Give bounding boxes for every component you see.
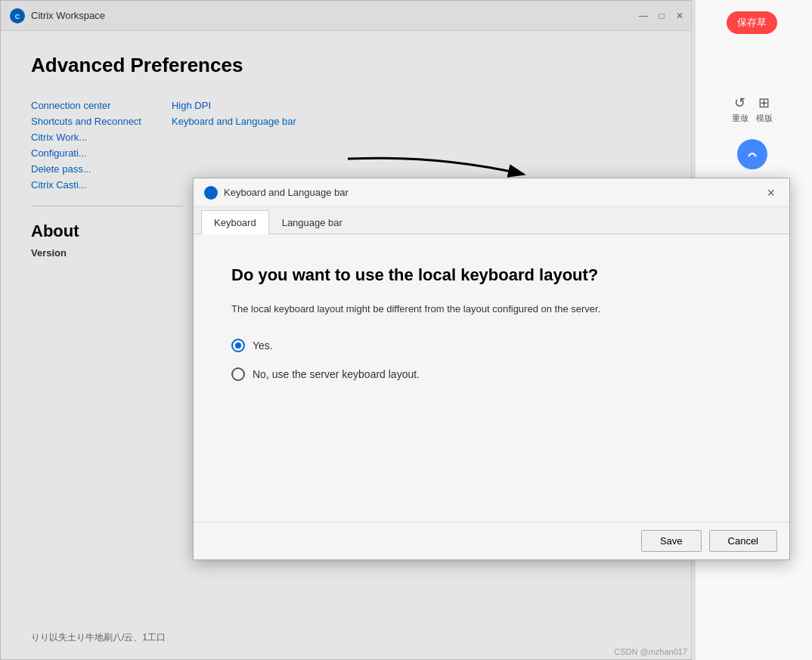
save-button[interactable]: Save bbox=[641, 530, 702, 552]
dialog-titlebar: Keyboard and Language bar ✕ bbox=[194, 178, 789, 207]
keyboard-language-dialog: Keyboard and Language bar ✕ Keyboard Lan… bbox=[193, 178, 790, 560]
tab-language-bar[interactable]: Language bar bbox=[269, 210, 355, 234]
watermark: CSDN @mzhan017 bbox=[614, 647, 687, 656]
layout-label: 模版 bbox=[756, 113, 773, 124]
redo-icon: ↺ bbox=[734, 95, 745, 111]
radio-no-circle bbox=[231, 367, 245, 381]
right-toolbar: ↺ 重做 ⊞ 模版 bbox=[732, 95, 773, 124]
dialog-tabs: Keyboard Language bar bbox=[194, 207, 789, 234]
radio-yes-dot bbox=[235, 342, 241, 349]
dialog-description: The local keyboard layout might be diffe… bbox=[231, 302, 715, 317]
layout-tool[interactable]: ⊞ 模版 bbox=[756, 95, 773, 124]
save-draft-button[interactable]: 保存草 bbox=[727, 11, 777, 34]
tab-keyboard[interactable]: Keyboard bbox=[201, 210, 269, 234]
cancel-button[interactable]: Cancel bbox=[709, 530, 777, 552]
dialog-footer: Save Cancel bbox=[194, 522, 789, 559]
radio-group: Yes. No, use the server keyboard layout. bbox=[231, 339, 752, 381]
radio-no[interactable]: No, use the server keyboard layout. bbox=[231, 367, 752, 381]
dialog-close-button[interactable]: ✕ bbox=[764, 185, 779, 200]
radio-no-label: No, use the server keyboard layout. bbox=[253, 368, 420, 380]
radio-yes-label: Yes. bbox=[253, 339, 273, 352]
ai-avatar[interactable] bbox=[737, 139, 767, 169]
dialog-content: Keyboard Language bar Do you want to use… bbox=[194, 207, 789, 559]
redo-label: 重做 bbox=[732, 113, 748, 124]
layout-icon: ⊞ bbox=[758, 95, 770, 111]
redo-tool[interactable]: ↺ 重做 bbox=[732, 95, 748, 124]
dialog-question: Do you want to use the local keyboard la… bbox=[231, 265, 655, 287]
dialog-body: Do you want to use the local keyboard la… bbox=[194, 234, 789, 522]
dialog-title: Keyboard and Language bar bbox=[224, 187, 349, 198]
radio-yes[interactable]: Yes. bbox=[231, 339, 752, 352]
svg-point-3 bbox=[206, 188, 215, 197]
dialog-titlebar-left: Keyboard and Language bar bbox=[204, 186, 349, 200]
dialog-logo bbox=[204, 186, 218, 200]
radio-yes-circle bbox=[231, 339, 245, 352]
